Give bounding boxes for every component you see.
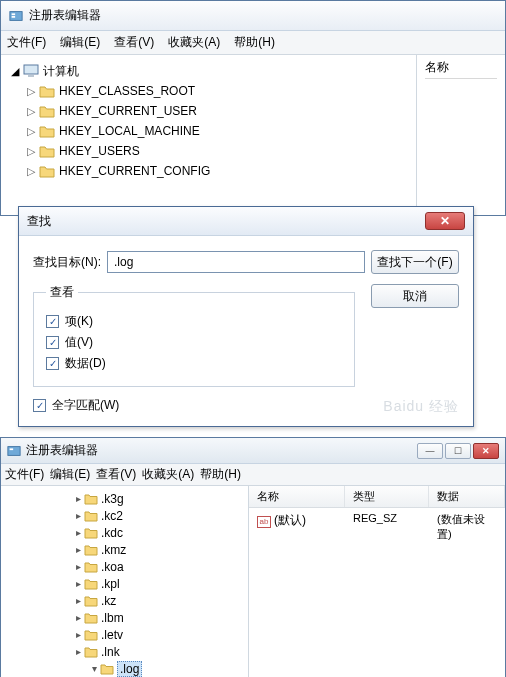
expander-icon[interactable]: ▸ [73, 646, 83, 657]
cancel-button[interactable]: 取消 [371, 284, 459, 308]
value-data: (数值未设置) [429, 510, 505, 544]
menu-file[interactable]: 文件(F) [5, 466, 44, 483]
close-button[interactable]: ✕ [473, 443, 499, 459]
tree-item[interactable]: ▸.kz [3, 592, 246, 609]
menubar: 文件(F) 编辑(E) 查看(V) 收藏夹(A) 帮助(H) [1, 464, 505, 486]
maximize-button[interactable]: ☐ [445, 443, 471, 459]
tree-label: .kdc [101, 526, 123, 540]
expander-icon[interactable]: ▷ [25, 125, 37, 138]
expander-icon[interactable]: ▸ [73, 510, 83, 521]
tree-item[interactable]: ▸.kpl [3, 575, 246, 592]
folder-icon [39, 104, 55, 118]
titlebar[interactable]: 注册表编辑器 — ☐ ✕ [1, 438, 505, 464]
folder-icon [39, 124, 55, 138]
svg-rect-5 [8, 446, 20, 455]
folder-icon [84, 612, 98, 624]
folder-icon [39, 164, 55, 178]
tree-item[interactable]: ▷ HKEY_CURRENT_USER [7, 101, 412, 121]
expander-icon[interactable]: ▸ [73, 544, 83, 555]
tree-pane[interactable]: ▸.k3g▸.kc2▸.kdc▸.kmz▸.koa▸.kpl▸.kz▸.lbm▸… [1, 486, 249, 677]
check-label: 数据(D) [65, 355, 106, 372]
close-button[interactable]: ✕ [425, 212, 465, 230]
tree-label: HKEY_LOCAL_MACHINE [59, 124, 200, 138]
dialog-titlebar[interactable]: 查找 ✕ [19, 207, 473, 236]
tree-item[interactable]: ▷ HKEY_USERS [7, 141, 412, 161]
tree-item[interactable]: ▷ HKEY_LOCAL_MACHINE [7, 121, 412, 141]
check-keys[interactable]: ✓ 项(K) [46, 313, 342, 330]
menu-view[interactable]: 查看(V) [114, 34, 154, 51]
menu-help[interactable]: 帮助(H) [200, 466, 241, 483]
tree-item[interactable]: ▸.letv [3, 626, 246, 643]
menu-help[interactable]: 帮助(H) [234, 34, 275, 51]
menu-view[interactable]: 查看(V) [96, 466, 136, 483]
column-header-data[interactable]: 数据 [429, 486, 505, 507]
tree-item[interactable]: ▸.kmz [3, 541, 246, 558]
tree-item[interactable]: ▸.lnk [3, 643, 246, 660]
menu-favorites[interactable]: 收藏夹(A) [168, 34, 220, 51]
checkbox-icon: ✓ [33, 399, 46, 412]
expander-icon[interactable]: ▷ [25, 85, 37, 98]
tree-item[interactable]: ▸.kdc [3, 524, 246, 541]
check-label: 项(K) [65, 313, 93, 330]
tree-item[interactable]: ▷ HKEY_CURRENT_CONFIG [7, 161, 412, 181]
menu-favorites[interactable]: 收藏夹(A) [142, 466, 194, 483]
tree-item[interactable]: ▷ HKEY_CLASSES_ROOT [7, 81, 412, 101]
window-title: 注册表编辑器 [26, 442, 98, 459]
expander-icon[interactable]: ▸ [73, 493, 83, 504]
svg-rect-1 [12, 13, 16, 15]
tree-pane[interactable]: ◢ 计算机 ▷ HKEY_CLASSES_ROOT ▷ HKEY_CURRENT… [1, 55, 417, 215]
expander-icon[interactable]: ◢ [9, 65, 21, 78]
expander-icon[interactable]: ▸ [73, 629, 83, 640]
expander-icon[interactable]: ▷ [25, 145, 37, 158]
folder-icon [84, 629, 98, 641]
find-next-button[interactable]: 查找下一个(F) [371, 250, 459, 274]
expander-icon[interactable]: ▸ [73, 527, 83, 538]
menu-edit[interactable]: 编辑(E) [50, 466, 90, 483]
expander-icon[interactable]: ▾ [89, 663, 99, 674]
tree-label: .kc2 [101, 509, 123, 523]
minimize-button[interactable]: — [417, 443, 443, 459]
expander-icon[interactable]: ▸ [73, 578, 83, 589]
expander-icon[interactable]: ▷ [25, 165, 37, 178]
find-dialog: 查找 ✕ 查找目标(N): 查找下一个(F) 查看 ✓ 项(K) ✓ 值(V) [18, 206, 474, 427]
column-header-name[interactable]: 名称 [425, 59, 497, 79]
expander-icon[interactable]: ▷ [25, 105, 37, 118]
expander-icon[interactable]: ▸ [73, 612, 83, 623]
tree-label: .k3g [101, 492, 124, 506]
tree-item[interactable]: ▸.koa [3, 558, 246, 575]
svg-rect-4 [28, 75, 34, 77]
list-row[interactable]: ab(默认) REG_SZ (数值未设置) [249, 508, 505, 546]
find-target-input[interactable] [107, 251, 365, 273]
column-header-type[interactable]: 类型 [345, 486, 429, 507]
tree-item[interactable]: ▸.kc2 [3, 507, 246, 524]
check-values[interactable]: ✓ 值(V) [46, 334, 342, 351]
titlebar[interactable]: 注册表编辑器 [1, 1, 505, 31]
check-label: 全字匹配(W) [52, 397, 119, 414]
expander-icon[interactable]: ▸ [73, 561, 83, 572]
lookat-legend: 查看 [46, 284, 78, 301]
tree-root[interactable]: ◢ 计算机 [7, 61, 412, 81]
close-icon: ✕ [440, 214, 450, 228]
column-header-name[interactable]: 名称 [249, 486, 345, 507]
folder-icon [84, 493, 98, 505]
expander-icon[interactable]: ▸ [73, 595, 83, 606]
window-title: 注册表编辑器 [29, 7, 101, 24]
tree-item[interactable]: ▾.log [3, 660, 246, 677]
tree-item[interactable]: ▸.lbm [3, 609, 246, 626]
list-pane[interactable]: 名称 [417, 55, 505, 215]
list-pane[interactable]: 名称 类型 数据 ab(默认) REG_SZ (数值未设置) [249, 486, 505, 677]
folder-icon [84, 595, 98, 607]
tree-item[interactable]: ▸.k3g [3, 490, 246, 507]
check-data[interactable]: ✓ 数据(D) [46, 355, 342, 372]
tree-label: HKEY_CLASSES_ROOT [59, 84, 195, 98]
menu-edit[interactable]: 编辑(E) [60, 34, 100, 51]
dialog-title: 查找 [27, 213, 51, 230]
svg-rect-3 [24, 65, 38, 74]
checkbox-icon: ✓ [46, 315, 59, 328]
lookat-group: 查看 ✓ 项(K) ✓ 值(V) ✓ 数据(D) [33, 284, 355, 387]
folder-icon [84, 544, 98, 556]
folder-icon [84, 527, 98, 539]
folder-icon [84, 510, 98, 522]
menu-file[interactable]: 文件(F) [7, 34, 46, 51]
checkbox-icon: ✓ [46, 336, 59, 349]
